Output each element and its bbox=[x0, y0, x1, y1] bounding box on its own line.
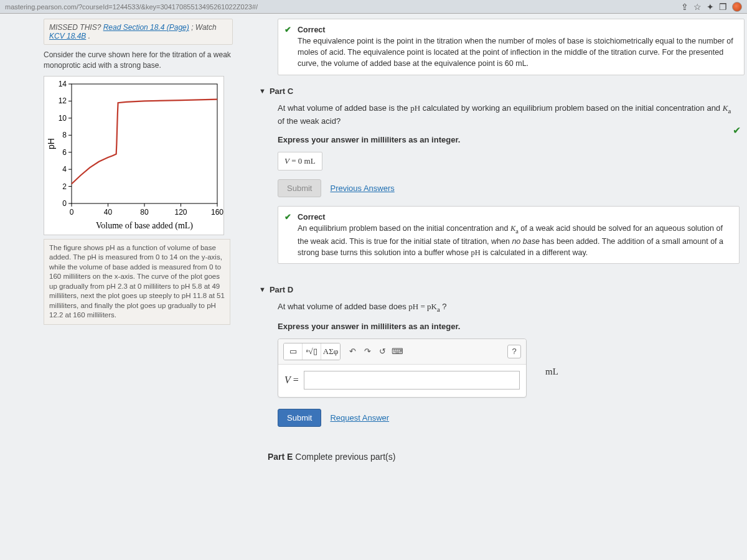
part-d-body: At what volume of added base does pH = p… bbox=[240, 301, 745, 446]
part-d-header[interactable]: ▼ Part D bbox=[240, 282, 745, 301]
part-c-instruct: Express your answer in milliliters as an… bbox=[278, 134, 740, 146]
check-icon: ✔ bbox=[284, 212, 291, 258]
answer-unit: mL bbox=[302, 156, 315, 166]
svg-rect-0 bbox=[72, 84, 217, 203]
part-c-submit-button: Submit bbox=[278, 179, 321, 197]
chevron-down-icon[interactable]: ▼ bbox=[259, 286, 266, 293]
correct-label: Correct bbox=[298, 213, 325, 222]
svg-text:8: 8 bbox=[62, 131, 67, 139]
qd1: At what volume of added base does bbox=[278, 302, 408, 311]
check-icon: ✔ bbox=[284, 24, 291, 70]
keyboard-icon[interactable]: ⌨ bbox=[390, 345, 404, 358]
missed-label: MISSED THIS? bbox=[49, 23, 103, 32]
q-text3: of the weak acid? bbox=[278, 116, 341, 126]
part-d-submit-button[interactable]: Submit bbox=[278, 409, 321, 427]
part-c-answer-display: V = 0 mL bbox=[278, 152, 322, 170]
left-panel: MISSED THIS? Read Section 18.4 (Page) ; … bbox=[0, 14, 237, 560]
var-v: V bbox=[284, 156, 289, 166]
greek-letters-button[interactable]: ΑΣφ bbox=[321, 343, 340, 360]
qd-sub: a bbox=[437, 305, 440, 312]
part-e-header: Part E Complete previous part(s) bbox=[240, 446, 745, 462]
unit-label: mL bbox=[545, 365, 558, 379]
cb-ph: pH bbox=[471, 248, 480, 257]
share-icon[interactable]: ⇪ bbox=[681, 2, 688, 12]
q-ph: pH bbox=[410, 103, 420, 113]
svg-text:2: 2 bbox=[62, 182, 67, 190]
part-e-label: Part E bbox=[268, 452, 293, 462]
consider-text: Consider the curve shown here for the ti… bbox=[44, 50, 233, 71]
part-d-answer-widget: ▭ ⁿ√▯ ΑΣφ ↶ ↷ ↺ ⌨ ? V = bbox=[278, 338, 527, 398]
redo-icon[interactable]: ↷ bbox=[360, 345, 374, 358]
svg-text:160: 160 bbox=[211, 208, 223, 217]
right-panel: ✔ Correct The equivalence point is the p… bbox=[237, 14, 747, 560]
svg-text:Volume of base added (mL): Volume of base added (mL) bbox=[96, 221, 193, 231]
part-c-done-check-icon: ✔ bbox=[733, 124, 741, 136]
cb1: An equilibrium problem based on the init… bbox=[298, 224, 510, 233]
undo-icon[interactable]: ↶ bbox=[345, 345, 359, 358]
part-c-correct-box: ✔ Correct An equilibrium problem based o… bbox=[278, 206, 740, 264]
kcv-link[interactable]: KCV 18.4B bbox=[49, 32, 86, 40]
qd3: ? bbox=[442, 302, 446, 311]
browser-chrome-bar: mastering.pearson.com/?courseId=1244533/… bbox=[0, 0, 747, 14]
q-ka-sub: a bbox=[728, 106, 731, 114]
qd-eq: pH = pK bbox=[408, 302, 437, 311]
svg-text:80: 80 bbox=[140, 208, 149, 217]
svg-text:0: 0 bbox=[70, 208, 74, 217]
svg-text:120: 120 bbox=[174, 208, 187, 217]
extensions-icon[interactable]: ✦ bbox=[707, 2, 714, 12]
star-icon[interactable]: ☆ bbox=[693, 2, 702, 12]
eq: = bbox=[289, 156, 298, 166]
part-d-title: Part D bbox=[270, 285, 293, 294]
q-text2: calculated by working an equilibrium pro… bbox=[423, 103, 723, 113]
radical-button[interactable]: ⁿ√▯ bbox=[303, 343, 321, 360]
svg-text:pH: pH bbox=[46, 138, 56, 149]
read-section-link[interactable]: Read Section 18.4 (Page) bbox=[103, 23, 189, 32]
part-d-instruct: Express your answer in milliliters as an… bbox=[278, 320, 740, 333]
answer-toolbar: ▭ ⁿ√▯ ΑΣφ ↶ ↷ ↺ ⌨ ? bbox=[278, 339, 526, 365]
cb-nobase: no base bbox=[512, 237, 539, 246]
feedback-correct-label: Correct bbox=[298, 26, 325, 34]
missed-sep: ; Watch bbox=[191, 23, 216, 32]
missed-this-box: MISSED THIS? Read Section 18.4 (Page) ; … bbox=[44, 19, 233, 45]
window-icon[interactable]: ❐ bbox=[719, 2, 727, 12]
missed-dot: . bbox=[88, 32, 90, 40]
reset-icon[interactable]: ↺ bbox=[375, 345, 389, 358]
titration-chart: 0246810121404080120160pHVolume of base a… bbox=[45, 78, 223, 233]
previous-answers-link[interactable]: Previous Answers bbox=[330, 182, 394, 195]
part-c-header[interactable]: ▼ Part C bbox=[240, 84, 745, 102]
svg-text:10: 10 bbox=[59, 113, 67, 122]
part-d-question: At what volume of added base does pH = p… bbox=[278, 301, 740, 314]
titration-figure: 0246810121404080120160pHVolume of base a… bbox=[44, 76, 224, 235]
request-answer-link[interactable]: Request Answer bbox=[330, 412, 389, 424]
q-text: At what volume of added base is the bbox=[278, 103, 410, 113]
cb-ka-sub: a bbox=[515, 227, 519, 234]
template-picker-button[interactable]: ▭ bbox=[284, 343, 303, 360]
svg-text:0: 0 bbox=[62, 199, 67, 208]
cb-ka: K bbox=[510, 224, 515, 233]
part-d-answer-input[interactable] bbox=[304, 371, 520, 390]
svg-text:6: 6 bbox=[62, 147, 67, 156]
svg-text:12: 12 bbox=[59, 96, 67, 105]
cb7: is calculated in a different way. bbox=[482, 248, 588, 257]
part-c-body: At what volume of added base is the pH c… bbox=[240, 102, 745, 282]
feedback-equivalence-body: The equivalence point is the point in th… bbox=[298, 37, 733, 68]
part-c-question: At what volume of added base is the pH c… bbox=[278, 102, 740, 128]
part-e-sub: Complete previous part(s) bbox=[295, 452, 395, 462]
help-button[interactable]: ? bbox=[507, 345, 521, 358]
svg-text:4: 4 bbox=[62, 165, 67, 174]
svg-text:14: 14 bbox=[59, 80, 67, 88]
var-label-v: V = bbox=[284, 373, 299, 388]
feedback-equivalence: ✔ Correct The equivalence point is the p… bbox=[278, 19, 745, 75]
url-fragment: mastering.pearson.com/?courseId=1244533/… bbox=[5, 3, 681, 11]
avatar[interactable] bbox=[732, 2, 742, 12]
part-c-title: Part C bbox=[270, 86, 293, 96]
chevron-down-icon[interactable]: ▼ bbox=[259, 87, 266, 95]
figure-caption: The figure shows pH as a function of vol… bbox=[44, 239, 230, 325]
svg-text:40: 40 bbox=[104, 208, 113, 217]
